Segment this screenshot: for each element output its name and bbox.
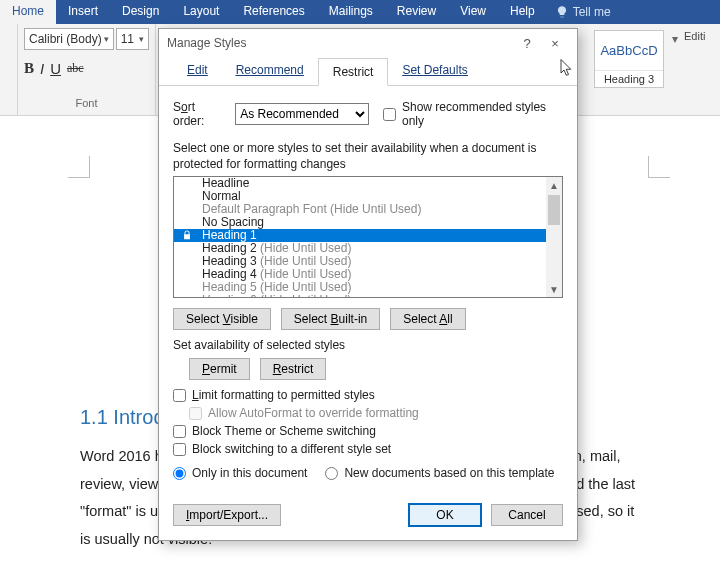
block-theme-label: Block Theme or Scheme switching xyxy=(192,424,376,438)
block-theme-checkbox[interactable] xyxy=(173,425,186,438)
show-recommended-label: Show recommended styles only xyxy=(402,100,563,128)
only-this-doc-radio[interactable] xyxy=(173,467,186,480)
tab-restrict[interactable]: Restrict xyxy=(318,58,389,86)
ribbon-tab-references[interactable]: References xyxy=(231,0,316,24)
limit-formatting-label: Limit formatting to permitted styles xyxy=(192,388,375,402)
select-builtin-button[interactable]: Select Built-in xyxy=(281,308,380,330)
tab-edit[interactable]: Edit xyxy=(173,57,222,85)
styles-listbox[interactable]: HeadlineNormalDefault Paragraph Font (Hi… xyxy=(173,176,563,298)
block-styleset-checkbox[interactable] xyxy=(173,443,186,456)
style-name: Heading 3 xyxy=(595,70,663,87)
margin-corner-icon xyxy=(68,156,90,178)
show-recommended-checkbox[interactable] xyxy=(383,108,396,121)
restrict-button[interactable]: Restrict xyxy=(260,358,327,380)
new-docs-radio[interactable] xyxy=(325,467,338,480)
tell-me[interactable]: Tell me xyxy=(547,0,619,24)
cancel-button[interactable]: Cancel xyxy=(491,504,563,526)
font-name-value: Calibri (Body) xyxy=(29,32,102,46)
font-format-row: B I U abc xyxy=(24,60,149,77)
new-docs-label: New documents based on this template xyxy=(344,466,554,480)
scroll-up-icon[interactable]: ▲ xyxy=(546,177,562,193)
import-export-button[interactable]: Import/Export... xyxy=(173,504,281,526)
ribbon-tab-mailings[interactable]: Mailings xyxy=(317,0,385,24)
editing-group: Editi xyxy=(682,24,720,48)
sort-order-label: Sort order: xyxy=(173,100,227,128)
manage-styles-dialog: Manage Styles ? × Edit Recommend Restric… xyxy=(158,28,578,541)
instruction-text: Select one or more styles to set their a… xyxy=(173,140,563,172)
bold-button[interactable]: B xyxy=(24,60,34,77)
scroll-thumb[interactable] xyxy=(548,195,560,225)
select-all-button[interactable]: Select All xyxy=(390,308,465,330)
scroll-down-icon[interactable]: ▼ xyxy=(546,281,562,297)
allow-autoformat-label: Allow AutoFormat to override formatting xyxy=(208,406,419,420)
ribbon-tab-design[interactable]: Design xyxy=(110,0,171,24)
block-styleset-label: Block switching to a different style set xyxy=(192,442,391,456)
availability-label: Set availability of selected styles xyxy=(173,338,563,352)
font-size-combo[interactable]: 11▾ xyxy=(116,28,149,50)
strike-button[interactable]: abc xyxy=(67,61,84,76)
close-button[interactable]: × xyxy=(541,36,569,51)
only-this-doc-label: Only in this document xyxy=(192,466,307,480)
underline-button[interactable]: U xyxy=(50,60,61,77)
tab-set-defaults[interactable]: Set Defaults xyxy=(388,57,481,85)
list-item[interactable]: Heading 6 (Hide Until Used) xyxy=(174,294,546,297)
margin-corner-icon xyxy=(648,156,670,178)
style-tile-heading3[interactable]: AaBbCcD Heading 3 xyxy=(594,30,664,88)
font-size-value: 11 xyxy=(121,32,134,46)
ribbon-tab-review[interactable]: Review xyxy=(385,0,448,24)
ribbon-tabs: Home Insert Design Layout References Mai… xyxy=(0,0,720,24)
chevron-down-icon: ▾ xyxy=(104,34,109,44)
scrollbar[interactable]: ▲ ▼ xyxy=(546,177,562,297)
font-group: Calibri (Body)▾ 11▾ B I U abc Font xyxy=(18,24,156,115)
font-name-combo[interactable]: Calibri (Body)▾ xyxy=(24,28,114,50)
permit-button[interactable]: Permit xyxy=(189,358,250,380)
sort-order-select[interactable]: As Recommended xyxy=(235,103,369,125)
styles-group: AaBbCcD Heading 3 ▾ Editi xyxy=(594,24,720,115)
help-button[interactable]: ? xyxy=(513,36,541,51)
ribbon-tab-insert[interactable]: Insert xyxy=(56,0,110,24)
tab-recommend[interactable]: Recommend xyxy=(222,57,318,85)
chevron-down-icon: ▾ xyxy=(139,34,144,44)
styles-expand[interactable]: ▾ xyxy=(668,24,682,46)
dialog-titlebar[interactable]: Manage Styles ? × xyxy=(159,29,577,57)
clipboard-group xyxy=(0,24,18,115)
ribbon-tab-view[interactable]: View xyxy=(448,0,498,24)
ok-button[interactable]: OK xyxy=(409,504,481,526)
italic-button[interactable]: I xyxy=(40,60,44,77)
style-sample: AaBbCcD xyxy=(595,31,663,70)
ribbon-tab-layout[interactable]: Layout xyxy=(171,0,231,24)
allow-autoformat-checkbox xyxy=(189,407,202,420)
dialog-tabs: Edit Recommend Restrict Set Defaults xyxy=(159,57,577,86)
dialog-title: Manage Styles xyxy=(167,36,246,50)
lightbulb-icon xyxy=(555,5,569,19)
limit-formatting-checkbox[interactable] xyxy=(173,389,186,402)
ribbon-tab-home[interactable]: Home xyxy=(0,0,56,24)
ribbon-tab-help[interactable]: Help xyxy=(498,0,547,24)
select-visible-button[interactable]: Select Visible xyxy=(173,308,271,330)
tell-me-label: Tell me xyxy=(573,5,611,19)
font-group-label: Font xyxy=(24,93,149,111)
